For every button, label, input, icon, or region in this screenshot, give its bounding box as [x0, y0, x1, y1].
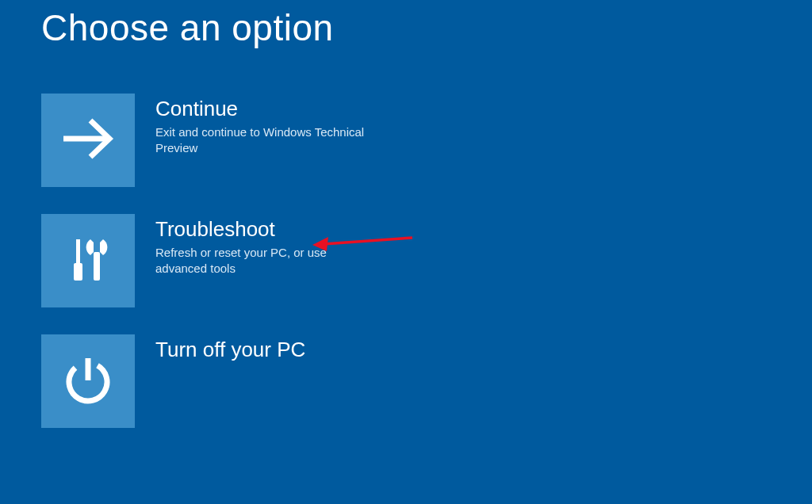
option-troubleshoot-title: Troubleshoot [155, 217, 377, 242]
option-turn-off[interactable]: Turn off your PC [41, 334, 812, 428]
option-continue-description: Exit and continue to Windows Technical P… [155, 124, 377, 155]
option-continue-title: Continue [155, 97, 377, 121]
options-list: Continue Exit and continue to Windows Te… [0, 49, 812, 428]
option-continue-text: Continue Exit and continue to Windows Te… [135, 94, 377, 155]
option-turn-off-icon-box [41, 334, 135, 428]
option-continue-icon-box [41, 94, 135, 187]
tools-icon [59, 230, 117, 292]
option-troubleshoot-description: Refresh or reset your PC, or use advance… [155, 245, 377, 276]
svg-rect-2 [74, 263, 82, 281]
svg-rect-3 [94, 252, 100, 281]
power-icon [59, 350, 117, 412]
option-troubleshoot-text: Troubleshoot Refresh or reset your PC, o… [135, 214, 377, 276]
svg-rect-1 [76, 239, 80, 263]
option-troubleshoot-icon-box [41, 214, 135, 307]
option-turn-off-text: Turn off your PC [135, 334, 305, 365]
arrow-right-icon [59, 109, 117, 171]
option-continue[interactable]: Continue Exit and continue to Windows Te… [41, 94, 812, 187]
option-troubleshoot[interactable]: Troubleshoot Refresh or reset your PC, o… [41, 214, 812, 307]
page-title: Choose an option [0, 0, 812, 49]
option-turn-off-title: Turn off your PC [155, 338, 305, 362]
